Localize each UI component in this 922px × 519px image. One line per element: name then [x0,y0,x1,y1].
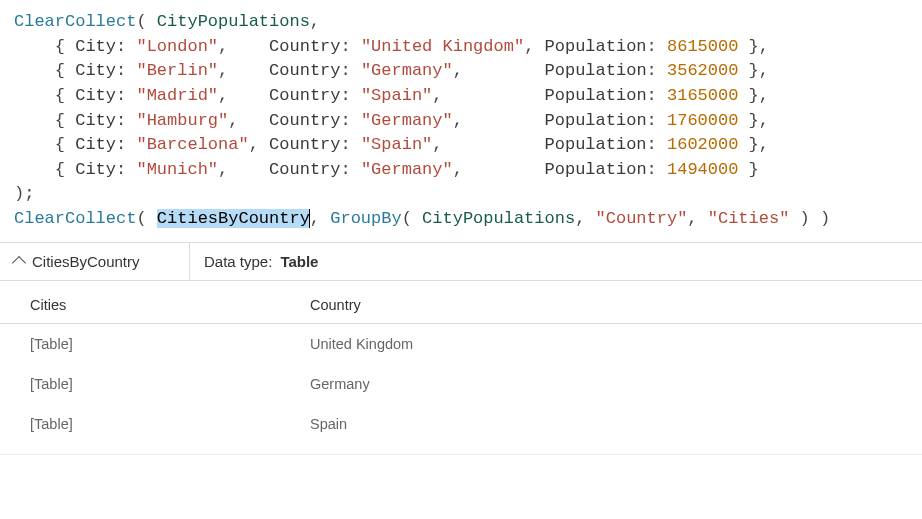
table-row[interactable]: [Table] Germany [0,364,922,404]
result-header: CitiesByCountry Data type: Table [0,243,922,281]
open-paren-3: ( [402,209,422,228]
cell-country: Germany [280,364,560,404]
comma: , [310,209,330,228]
selected-identifier: CitiesByCountry [157,209,310,228]
comma: , [310,12,320,31]
cell-country: Spain [280,404,560,444]
fn-clearcollect-1: ClearCollect [14,12,136,31]
formula-editor[interactable]: ClearCollect( CityPopulations, { City: "… [0,0,922,243]
result-title: CitiesByCountry [32,253,140,270]
record-row-3: { City: "Madrid", Country: "Spain", Popu… [14,86,769,105]
cell-cities[interactable]: [Table] [0,364,280,404]
open-paren-2: ( [136,209,156,228]
col-header-cities[interactable]: Cities [0,287,280,323]
datatype-value: Table [280,253,318,270]
cell-cities[interactable]: [Table] [0,404,280,444]
cell-country: United Kingdom [280,324,560,364]
string-country: "Country" [596,209,688,228]
datatype-label: Data type: [204,253,272,270]
comma: , [575,209,595,228]
record-row-1: { City: "London", Country: "United Kingd… [14,37,769,56]
identifier-citypopulations-2: CityPopulations [422,209,575,228]
table-row[interactable]: [Table] United Kingdom [0,324,922,364]
fn-clearcollect-2: ClearCollect [14,209,136,228]
col-header-country[interactable]: Country [280,287,560,323]
identifier-citypopulations: CityPopulations [157,12,310,31]
comma: , [687,209,707,228]
table-header-row: Cities Country [0,287,922,324]
record-row-5: { City: "Barcelona", Country: "Spain", P… [14,135,769,154]
result-datatype: Data type: Table [190,243,332,280]
close-parens: ) ) [789,209,830,228]
record-row-6: { City: "Munich", Country: "Germany", Po… [14,160,759,179]
divider [0,454,922,455]
result-table: Cities Country [Table] United Kingdom [T… [0,281,922,452]
close-paren-1: ); [14,184,34,203]
table-row[interactable]: [Table] Spain [0,404,922,444]
result-collapse-toggle[interactable]: CitiesByCountry [0,243,190,280]
fn-groupby: GroupBy [330,209,401,228]
string-cities: "Cities" [708,209,790,228]
record-row-2: { City: "Berlin", Country: "Germany", Po… [14,61,769,80]
chevron-up-icon [12,256,26,270]
record-row-4: { City: "Hamburg", Country: "Germany", P… [14,111,769,130]
cell-cities[interactable]: [Table] [0,324,280,364]
open-paren-1: ( [136,12,156,31]
